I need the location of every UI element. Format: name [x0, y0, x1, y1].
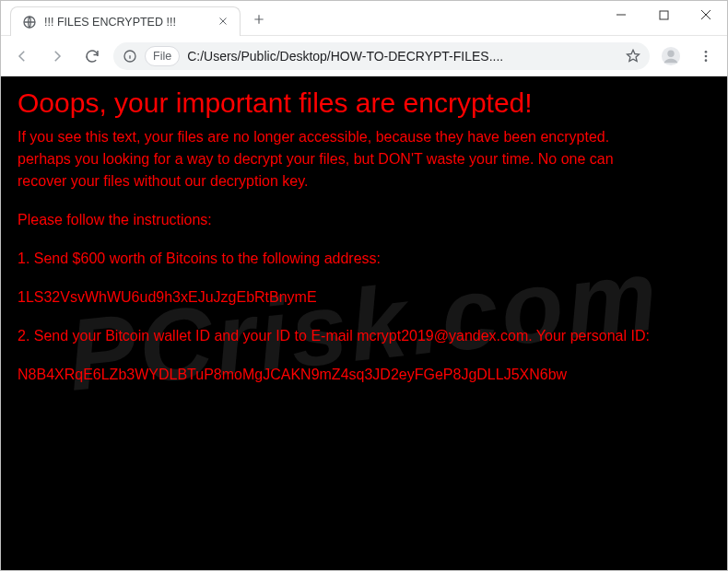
- svg-point-7: [705, 59, 708, 62]
- ransom-line: 2. Send your Bitcoin wallet ID and your …: [18, 325, 710, 347]
- page-content: PCrisk.com Ooops, your important files a…: [1, 76, 727, 571]
- ransom-line: 1. Send $600 worth of Bitcoins to the fo…: [18, 248, 710, 270]
- ransom-headline: Ooops, your important files are encrypte…: [18, 86, 710, 121]
- minimize-button[interactable]: [600, 1, 642, 29]
- svg-rect-1: [660, 11, 668, 19]
- back-button[interactable]: [8, 42, 36, 70]
- close-tab-icon[interactable]: [217, 16, 230, 29]
- bookmark-star-icon[interactable]: [626, 49, 640, 64]
- svg-point-4: [667, 50, 674, 56]
- spacer: [18, 192, 710, 209]
- tab-title: !!! FILES ENCRYPTED !!!: [44, 16, 210, 29]
- btc-address: 1LS32VsvWhWU6ud9h3xEJuJzgEbRtBnymE: [18, 286, 710, 309]
- personal-id: N8B4XRqE6LZb3WYDLBTuP8moMgJCAKN9mZ4sq3JD…: [18, 364, 710, 386]
- ransom-body: If you see this text, your files are no …: [18, 126, 710, 386]
- svg-point-5: [705, 51, 708, 53]
- spacer: [18, 347, 710, 364]
- new-tab-button[interactable]: [246, 6, 272, 32]
- info-icon[interactable]: [123, 49, 137, 64]
- window-controls: [600, 1, 727, 29]
- browser-tab[interactable]: !!! FILES ENCRYPTED !!!: [10, 6, 241, 36]
- menu-button[interactable]: [692, 42, 720, 70]
- globe-icon: [22, 15, 37, 29]
- browser-titlebar: !!! FILES ENCRYPTED !!!: [1, 1, 727, 36]
- profile-avatar[interactable]: [657, 42, 685, 70]
- address-bar: File C:/Users/Public/Desktop/HOW-TO-DECR…: [1, 36, 727, 76]
- spacer: [18, 309, 710, 325]
- maximize-button[interactable]: [642, 1, 685, 29]
- forward-button[interactable]: [43, 42, 71, 70]
- url-text: C:/Users/Public/Desktop/HOW-TO-DECRYPT-F…: [187, 49, 618, 64]
- reload-button[interactable]: [78, 42, 106, 70]
- svg-point-6: [705, 54, 708, 57]
- ransom-line: Please follow the instructions:: [18, 209, 710, 231]
- spacer: [18, 270, 710, 286]
- window-close-button[interactable]: [685, 1, 727, 29]
- url-input[interactable]: File C:/Users/Public/Desktop/HOW-TO-DECR…: [113, 42, 650, 70]
- spacer: [18, 231, 710, 248]
- file-chip-label: File: [153, 50, 171, 63]
- ransom-line: If you see this text, your files are no …: [18, 126, 710, 148]
- file-chip: File: [145, 46, 180, 66]
- ransom-line: recover your files without our decryptio…: [18, 170, 710, 192]
- ransom-line: perhaps you looking for a way to decrypt…: [18, 148, 710, 170]
